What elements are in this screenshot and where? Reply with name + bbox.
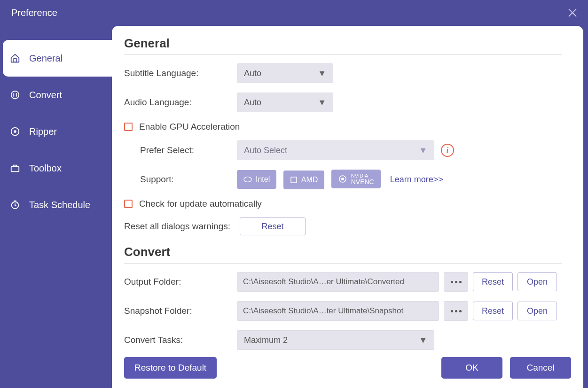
audio-language-label: Audio Language: [124, 97, 237, 108]
sidebar-label: Ripper [29, 126, 57, 137]
subtitle-language-select[interactable]: Auto ▼ [237, 63, 333, 83]
reset-dialogs-label: Reset all dialogs warnings: [124, 221, 240, 232]
chevron-down-icon: ▼ [419, 335, 427, 345]
sidebar-label: Toolbox [29, 163, 62, 174]
select-value: Maximum 2 [244, 335, 288, 345]
snapshot-folder-label: Snapshot Folder: [124, 306, 237, 316]
title-bar: Preference [0, 0, 588, 26]
enable-gpu-checkbox[interactable] [124, 123, 133, 131]
snapshot-folder-input[interactable]: C:\Aiseesoft Studio\A…ter Ultimate\Snaps… [237, 301, 439, 321]
close-icon [567, 8, 578, 18]
prefer-select-dropdown: Auto Select ▼ [237, 140, 434, 160]
ripper-icon [9, 126, 21, 137]
window-title: Preference [11, 8, 57, 18]
section-heading-convert: Convert [124, 245, 562, 264]
clock-icon [9, 199, 21, 210]
convert-icon [9, 89, 21, 101]
scroll-area[interactable]: General Subtitle Language: Auto ▼ Audio … [112, 26, 583, 354]
cancel-button[interactable]: Cancel [510, 357, 571, 379]
chevron-down-icon: ▼ [318, 69, 326, 78]
nvidia-icon [338, 174, 347, 184]
select-value: Auto [244, 69, 261, 78]
select-value: Auto [244, 98, 261, 108]
sidebar: General Convert Ripper Toolbox Task Sche… [0, 26, 112, 388]
check-update-label: Check for update automatically [139, 199, 262, 209]
svg-point-8 [244, 177, 251, 182]
snapshot-folder-reset-button[interactable]: Reset [473, 302, 513, 320]
footer-bar: Restore to Default OK Cancel [112, 354, 583, 388]
home-icon [9, 53, 21, 64]
output-folder-open-button[interactable]: Open [517, 272, 557, 291]
convert-tasks-select[interactable]: Maximum 2 ▼ [237, 330, 434, 350]
sidebar-label: Task Schedule [29, 200, 90, 210]
chevron-down-icon: ▼ [419, 146, 427, 155]
sidebar-item-convert[interactable]: Convert [0, 77, 112, 113]
enable-gpu-label: Enable GPU Acceleration [139, 122, 240, 132]
learn-more-link[interactable]: Learn more>> [390, 175, 443, 185]
support-label: Support: [124, 174, 237, 185]
ok-button[interactable]: OK [441, 357, 502, 379]
gpu-badge-amd: AMD [283, 171, 325, 189]
svg-rect-6 [11, 166, 19, 171]
intel-icon [243, 175, 252, 184]
chevron-down-icon: ▼ [318, 98, 326, 108]
content-panel: General Subtitle Language: Auto ▼ Audio … [112, 26, 583, 388]
gpu-badges: Intel AMD NVIDIA NVENC [237, 170, 385, 189]
output-folder-browse-button[interactable] [444, 272, 468, 292]
output-folder-reset-button[interactable]: Reset [473, 272, 513, 291]
sidebar-label: Convert [29, 90, 62, 101]
subtitle-language-label: Subtitle Language: [124, 68, 237, 78]
restore-default-button[interactable]: Restore to Default [124, 357, 217, 379]
sidebar-item-toolbox[interactable]: Toolbox [0, 150, 112, 186]
section-heading-general: General [124, 36, 562, 55]
svg-rect-2 [14, 59, 16, 62]
sidebar-item-taskschedule[interactable]: Task Schedule [0, 186, 112, 223]
convert-tasks-label: Convert Tasks: [124, 335, 237, 345]
output-folder-label: Output Folder: [124, 277, 237, 287]
sidebar-item-general[interactable]: General [3, 40, 112, 77]
sidebar-item-ripper[interactable]: Ripper [0, 113, 112, 150]
select-value: Auto Select [244, 146, 287, 155]
toolbox-icon [9, 163, 21, 174]
svg-point-5 [14, 131, 16, 132]
sidebar-label: General [29, 53, 63, 64]
gpu-badge-intel: Intel [237, 170, 276, 189]
info-icon[interactable]: i [441, 144, 454, 157]
close-button[interactable] [565, 6, 580, 20]
svg-point-3 [11, 91, 19, 99]
snapshot-folder-browse-button[interactable] [444, 301, 468, 321]
svg-point-11 [341, 178, 344, 180]
svg-rect-9 [291, 177, 297, 183]
gpu-badge-nvidia: NVIDIA NVENC [331, 170, 381, 188]
audio-language-select[interactable]: Auto ▼ [237, 93, 333, 112]
amd-icon [290, 176, 298, 184]
check-update-checkbox[interactable] [124, 200, 133, 208]
output-folder-input[interactable]: C:\Aiseesoft Studio\A…er Ultimate\Conver… [237, 272, 439, 292]
snapshot-folder-open-button[interactable]: Open [517, 302, 557, 320]
reset-dialogs-button[interactable]: Reset [240, 217, 306, 235]
prefer-select-label: Prefer Select: [124, 145, 237, 155]
